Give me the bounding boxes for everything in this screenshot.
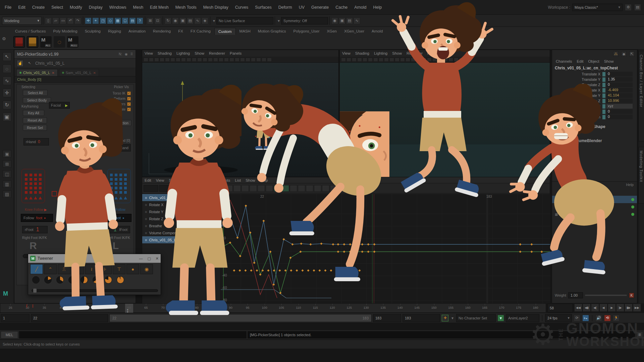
graph-toolbar-icon[interactable] xyxy=(250,185,257,192)
menu-edit[interactable]: Edit xyxy=(15,5,29,10)
expand-panel-icon[interactable]: ⇱ xyxy=(629,51,635,57)
wave-tween-icon[interactable]: ≀ xyxy=(85,264,98,274)
key-all-button[interactable]: Key All xyxy=(23,110,44,116)
ease-amount-icon-4[interactable] xyxy=(80,276,88,284)
layer-active-dot[interactable] xyxy=(631,205,634,208)
viewport-toolbar-icon[interactable] xyxy=(379,58,383,62)
anim-layer-row[interactable]: ▦AnimLayer1 xyxy=(552,203,637,210)
graph-toolbar-icon[interactable] xyxy=(177,185,184,192)
move-tool-icon[interactable]: ✛ xyxy=(3,88,11,97)
viewport-toolbar-icon[interactable] xyxy=(400,58,405,62)
select-object-icon[interactable]: ⌖ xyxy=(92,17,99,24)
graph-channel-row[interactable]: ≡Chris_v01_05_L:ac_cn_top xyxy=(142,236,220,243)
menu-mesh[interactable]: Mesh xyxy=(130,5,147,10)
play-start-field[interactable]: 22 xyxy=(31,314,108,322)
graph-stat-x-field[interactable] xyxy=(144,185,158,192)
shelf-tab-xgen[interactable]: XGen xyxy=(323,28,340,35)
viewport-toolbar-icon[interactable] xyxy=(432,58,437,62)
step-back-key-button[interactable]: ◀| xyxy=(591,304,599,312)
single-pane-layout-icon[interactable]: ▣ xyxy=(3,150,11,158)
layer-weight-field[interactable]: 1.00 xyxy=(568,292,583,298)
minimize-icon[interactable]: — xyxy=(139,256,143,261)
channel-slider-bar[interactable] xyxy=(602,77,605,82)
ease-amount-icon-1[interactable] xyxy=(44,276,52,284)
graph-channel-row[interactable]: ≡Rotate Y xyxy=(142,208,220,215)
ease-amount-icon-3[interactable] xyxy=(68,276,76,284)
viewport-toolbar-icon[interactable] xyxy=(384,58,389,62)
viewport-toolbar-icon[interactable] xyxy=(165,58,170,62)
graph-toolbar-icon[interactable] xyxy=(298,185,305,192)
graph-channel-row[interactable]: ≡Rotate X xyxy=(142,201,220,208)
checkbox-gimble[interactable]: ✓ xyxy=(127,108,131,111)
viewport-toolbar-icon[interactable] xyxy=(160,58,164,62)
menu-windows[interactable]: Windows xyxy=(106,5,130,10)
graph-menu-view[interactable]: View xyxy=(154,178,167,182)
snap-plane-icon[interactable]: ▤ xyxy=(129,17,136,24)
selected-node-name[interactable]: Chris_v01_05_L:ac_cn_topChest xyxy=(552,65,637,71)
viewport-toolbar-icon[interactable] xyxy=(389,58,394,62)
ease-amount-icon-2[interactable] xyxy=(56,276,64,284)
reset-sel-button[interactable]: Reset Sel xyxy=(23,125,47,131)
chevron-down-icon[interactable]: ▾ xyxy=(451,316,453,320)
graph-toolbar-icon[interactable] xyxy=(290,185,297,192)
select-all-button[interactable]: Select All xyxy=(23,90,48,96)
shelf-tab-rigging[interactable]: Rigging xyxy=(104,28,125,35)
undo-icon[interactable]: ↶ xyxy=(67,17,74,24)
chevron-down-icon[interactable]: ▾ xyxy=(278,18,280,23)
shelf-tab-sculpting[interactable]: Sculpting xyxy=(81,28,104,35)
live-surface-field[interactable]: No Live Surface xyxy=(216,17,273,24)
workspace-selector[interactable]: Maya Classic*▾ xyxy=(572,4,623,11)
graph-menu-select[interactable]: Select xyxy=(167,178,182,182)
three-pane-layout-icon[interactable]: ▥ xyxy=(3,180,11,188)
shelf-tab-custom[interactable]: Custom xyxy=(214,28,236,35)
tweener-window[interactable]: M Tweener — ▢ ✕ ╱⌃⎍∫≀⊦⊤●◉ xyxy=(28,254,161,295)
select-body-button[interactable]: Select Body xyxy=(23,97,51,103)
picker-chris-shelf-icon[interactable] xyxy=(13,36,25,48)
viewport-toolbar-icon[interactable] xyxy=(154,58,159,62)
new-scene-icon[interactable]: ▯ xyxy=(45,17,52,24)
viewport-toolbar-icon[interactable] xyxy=(229,58,234,62)
viewport-menu-lighting[interactable]: Lighting xyxy=(372,51,390,55)
graph-toolbar-icon[interactable] xyxy=(322,185,329,192)
play-forwards-button[interactable]: ▶ xyxy=(608,304,616,312)
render-icon[interactable]: ◉ xyxy=(172,17,179,24)
left-foot-letter[interactable]: L xyxy=(113,240,119,251)
viewport-menu-panels[interactable]: Panels xyxy=(227,51,244,55)
timeline-drag-handle-icon[interactable]: ↕ xyxy=(126,307,129,314)
target-icon[interactable]: ◉ xyxy=(140,264,153,274)
hammer-icon[interactable]: ⊤ xyxy=(113,264,125,274)
graph-menu-tangents[interactable]: Tangents xyxy=(212,178,233,182)
render-paint-effects-icon[interactable]: ∿ xyxy=(354,17,360,24)
viewport-toolbar-icon[interactable] xyxy=(416,58,421,62)
lasso-tool-icon[interactable]: ◌ xyxy=(3,64,11,73)
checkbox-torso-ik[interactable]: ✓ xyxy=(127,92,131,95)
chevron-down-icon[interactable]: ▾ xyxy=(213,18,215,23)
namespace-icon[interactable]: N: xyxy=(119,52,122,56)
lhand-field[interactable]: 0 lHand xyxy=(102,144,131,152)
channel-slider-bar[interactable] xyxy=(602,99,605,103)
character-set-field[interactable]: No Character Set xyxy=(456,314,496,322)
viewport-menu-renderer[interactable]: Renderer xyxy=(404,51,425,55)
maya-modeling-toolkit-icon[interactable]: M xyxy=(3,290,8,297)
maximize-icon[interactable]: ▢ xyxy=(147,256,151,261)
ease-curve-icon[interactable]: ∫ xyxy=(71,264,84,274)
mel-input[interactable] xyxy=(19,331,247,339)
lfoot-field[interactable]: 1 lFoot xyxy=(101,226,130,233)
menu-mesh-tools[interactable]: Mesh Tools xyxy=(172,5,200,10)
anim-layer-row[interactable]: ▦BaseAnimation xyxy=(552,210,637,218)
shelf-tab-mash[interactable]: MASH xyxy=(236,28,254,35)
rhand-field[interactable]: rHand 0 xyxy=(23,138,49,145)
graph-channel-row[interactable]: ≡Chris_v01_05_L:ac_cn_topChest xyxy=(142,194,220,201)
graph-channel-row[interactable]: ≡Volume Compensation xyxy=(142,229,220,236)
range-start-handle[interactable]: 22 xyxy=(112,316,116,320)
hypershade-icon[interactable]: ◈ xyxy=(202,17,208,24)
viewport-menu-shading[interactable]: Shading xyxy=(353,51,372,55)
menu-surfaces[interactable]: Surfaces xyxy=(252,5,275,10)
picker-tab-sam[interactable]: Sam_v01_06_L ✕ xyxy=(59,69,99,76)
menu-cache[interactable]: Cache xyxy=(332,5,351,10)
shelf-tab-motion-graphics[interactable]: Motion Graphics xyxy=(254,28,290,35)
overshoot-icon[interactable]: ● xyxy=(126,264,139,274)
viewport-toolbar-icon[interactable] xyxy=(454,58,459,62)
mirror-selection-button[interactable]: Mirror Selection xyxy=(102,120,131,126)
viewport-toolbar-icon[interactable] xyxy=(197,58,202,62)
